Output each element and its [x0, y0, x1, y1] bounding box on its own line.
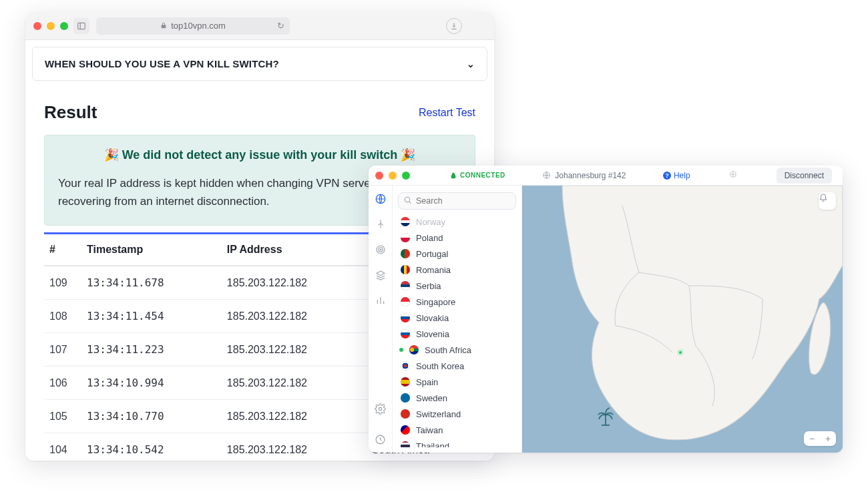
country-item[interactable]: Taiwan [398, 422, 516, 438]
svg-point-3 [730, 172, 736, 177]
close-window-button[interactable] [33, 22, 41, 30]
flag-icon [401, 233, 410, 242]
cell-ip: 185.203.122.182 [222, 366, 367, 400]
address-bar[interactable]: top10vpn.com ↻ [96, 17, 290, 35]
flag-icon [401, 313, 410, 322]
country-label: Thailand [416, 441, 449, 448]
country-item[interactable]: Switzerland [398, 406, 516, 422]
country-item[interactable]: Slovenia [398, 326, 516, 342]
svg-point-6 [377, 246, 385, 254]
svg-rect-0 [78, 23, 85, 29]
cell-timestamp: 13:34:10.994 [81, 366, 222, 400]
svg-point-4 [732, 174, 734, 176]
cell-number: 108 [44, 300, 81, 333]
cell-number: 104 [44, 433, 81, 461]
country-list[interactable]: NorwayPolandPortugalRomaniaSerbiaSingapo… [398, 214, 516, 447]
address-bar-domain: top10vpn.com [171, 21, 226, 31]
target-tab-icon[interactable] [374, 243, 387, 256]
accordion-title: WHEN SHOULD YOU USE A VPN KILL SWITCH? [45, 58, 279, 69]
country-label: Serbia [416, 281, 441, 291]
flag-icon [401, 217, 410, 226]
cell-number: 109 [44, 266, 81, 300]
col-ip: IP Address [222, 234, 367, 266]
maximize-window-button[interactable] [60, 22, 68, 30]
country-item[interactable]: South Korea [398, 358, 516, 374]
connection-status: CONNECTED [450, 172, 505, 179]
cell-timestamp: 13:34:10.542 [81, 433, 222, 461]
country-label: Spain [416, 377, 438, 387]
restart-test-link[interactable]: Restart Test [419, 107, 475, 119]
cell-timestamp: 13:34:11.678 [81, 266, 222, 300]
country-item[interactable]: Serbia [398, 278, 516, 294]
cell-timestamp: 13:34:11.223 [81, 333, 222, 366]
flag-icon [401, 425, 410, 435]
country-item[interactable]: Slovakia [398, 310, 516, 326]
window-controls [33, 22, 68, 30]
country-label: Slovakia [416, 313, 449, 323]
chevron-down-icon: ⌄ [467, 59, 475, 69]
zoom-controls: − + [804, 431, 836, 446]
country-item[interactable]: Sweden [398, 390, 516, 406]
col-number: # [44, 234, 81, 266]
zoom-in-button[interactable]: + [825, 433, 831, 444]
map-panel[interactable]: − + [522, 186, 843, 453]
flag-icon [401, 329, 410, 338]
cell-ip: 185.203.122.182 [222, 266, 367, 300]
country-item[interactable]: Spain [398, 374, 516, 390]
country-label: Norway [416, 217, 445, 227]
flag-icon [401, 249, 410, 258]
disconnect-button[interactable]: Disconnect [777, 168, 832, 184]
country-item[interactable]: Norway [398, 214, 516, 230]
downloads-button[interactable] [446, 18, 462, 34]
vpn-maximize-button[interactable] [402, 172, 410, 180]
country-label: South Africa [425, 345, 471, 355]
gear-icon[interactable] [374, 402, 387, 415]
server-location-dot [677, 349, 684, 356]
accordion-kill-switch[interactable]: WHEN SHOULD YOU USE A VPN KILL SWITCH? ⌄ [32, 47, 487, 81]
layers-tab-icon[interactable] [374, 268, 387, 282]
flag-icon [401, 409, 410, 419]
history-icon[interactable] [374, 433, 387, 446]
notifications-button[interactable] [819, 192, 836, 210]
cell-ip: 185.203.122.182 [222, 333, 367, 366]
country-label: South Korea [416, 361, 464, 371]
vpn-window-controls [375, 172, 410, 180]
search-input[interactable] [398, 192, 516, 210]
result-heading: Result [44, 102, 97, 123]
africa-map [522, 186, 843, 453]
country-item[interactable]: South Africa [398, 342, 516, 358]
flag-icon [401, 281, 410, 290]
country-item[interactable]: Portugal [398, 246, 516, 262]
col-timestamp: Timestamp [81, 234, 222, 266]
svg-point-9 [379, 407, 381, 410]
country-item[interactable]: Singapore [398, 294, 516, 310]
country-item[interactable]: Thailand [398, 438, 516, 447]
help-link[interactable]: ? Help [663, 171, 690, 180]
country-label: Singapore [416, 297, 455, 307]
vpn-minimize-button[interactable] [389, 172, 397, 180]
country-item[interactable]: Poland [398, 230, 516, 246]
cell-ip: 185.203.122.182 [222, 300, 367, 333]
sidebar-toggle-button[interactable] [73, 18, 89, 34]
meshnet-tab-icon[interactable] [374, 218, 387, 231]
browser-toolbar: top10vpn.com ↻ [25, 12, 494, 40]
lock-icon [160, 22, 167, 30]
flag-icon [401, 297, 410, 306]
vpn-close-button[interactable] [375, 172, 383, 180]
globe-tab-icon[interactable] [374, 192, 387, 206]
svg-point-7 [378, 248, 383, 252]
flag-icon [401, 265, 410, 274]
flag-icon [401, 361, 410, 370]
flag-icon [409, 345, 419, 354]
search-icon [403, 196, 412, 206]
settings-icon[interactable] [727, 170, 739, 181]
vpn-iconbar [369, 186, 393, 453]
vpn-app-window: CONNECTED Johannesburg #142 ? Help Disco… [369, 166, 843, 453]
reload-button[interactable]: ↻ [277, 21, 284, 31]
stats-tab-icon[interactable] [374, 294, 387, 307]
cell-ip: 185.203.122.182 [222, 400, 367, 433]
minimize-window-button[interactable] [47, 22, 55, 30]
active-pin-icon [399, 348, 403, 352]
zoom-out-button[interactable]: − [809, 433, 815, 444]
country-item[interactable]: Romania [398, 262, 516, 278]
